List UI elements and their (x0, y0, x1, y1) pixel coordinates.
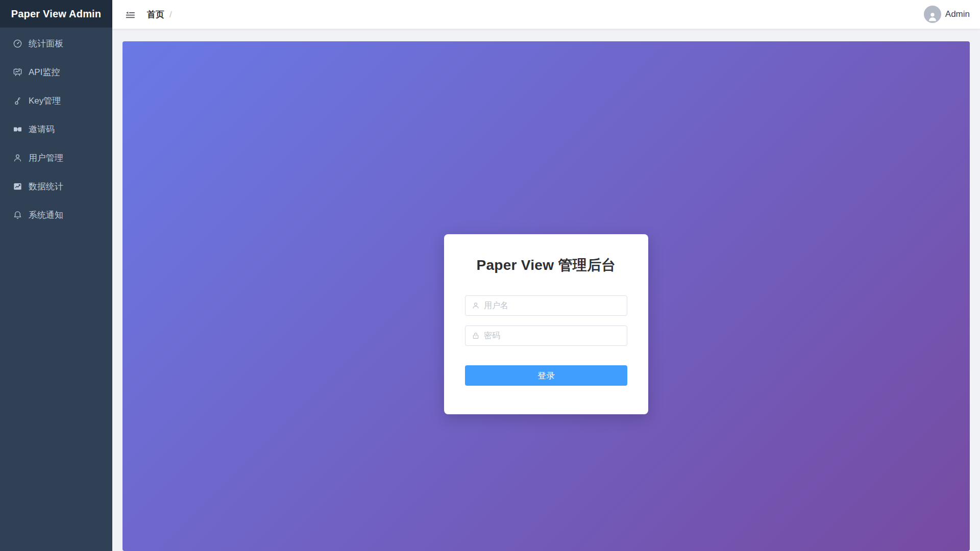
sidebar-menu: 统计面板 API监控 (0, 28, 112, 229)
sidebar-item-data-stats[interactable]: 数据统计 (0, 172, 112, 201)
login-button[interactable]: 登录 (465, 365, 627, 386)
sidebar-item-invite-code[interactable]: 邀请码 (0, 115, 112, 143)
dashboard-icon (13, 39, 22, 48)
user-input-icon (472, 302, 480, 310)
chart-icon (13, 182, 22, 191)
password-field-wrapper (465, 325, 627, 346)
sidebar: Paper View Admin 统计面板 (0, 0, 112, 551)
main-pane: 首页 / Admin Paper View 管理后台 (112, 0, 980, 551)
user-icon (13, 153, 22, 163)
sidebar-item-api-monitor[interactable]: API监控 (0, 58, 112, 86)
login-card: Paper View 管理后台 (444, 234, 648, 414)
monitor-icon (13, 67, 22, 77)
username-field-wrapper (465, 295, 627, 316)
sidebar-item-label: API监控 (29, 66, 60, 78)
sidebar-item-label: 用户管理 (29, 152, 63, 164)
sidebar-item-label: 系统通知 (29, 209, 63, 221)
user-avatar-icon (927, 11, 938, 22)
topbar: 首页 / Admin (112, 0, 980, 29)
app-title: Paper View Admin (11, 8, 102, 20)
sidebar-item-label: Key管理 (29, 95, 61, 107)
avatar (924, 6, 941, 23)
password-input[interactable] (484, 331, 621, 340)
app-logo: Paper View Admin (0, 0, 112, 28)
ticket-icon (13, 124, 22, 134)
sidebar-item-system-notice[interactable]: 系统通知 (0, 201, 112, 229)
sidebar-item-dashboard[interactable]: 统计面板 (0, 29, 112, 58)
login-title: Paper View 管理后台 (465, 256, 627, 275)
key-icon (13, 96, 22, 106)
gradient-background: Paper View 管理后台 (122, 41, 970, 551)
sidebar-fold-button[interactable] (124, 8, 137, 21)
username-input[interactable] (484, 301, 621, 310)
breadcrumb-separator: / (169, 10, 172, 20)
app-main: Paper View 管理后台 (122, 41, 970, 551)
sidebar-item-label: 邀请码 (29, 123, 55, 135)
username-label: Admin (945, 9, 970, 19)
sidebar-item-label: 数据统计 (29, 181, 63, 192)
sidebar-item-user-manage[interactable]: 用户管理 (0, 143, 112, 172)
user-menu[interactable]: Admin (924, 6, 970, 23)
breadcrumb: 首页 / (147, 9, 172, 20)
bell-icon (13, 210, 22, 220)
sidebar-item-key-manage[interactable]: Key管理 (0, 86, 112, 115)
lock-icon (472, 332, 480, 340)
sidebar-item-label: 统计面板 (29, 38, 63, 49)
breadcrumb-home[interactable]: 首页 (147, 9, 164, 20)
fold-icon (125, 9, 136, 20)
